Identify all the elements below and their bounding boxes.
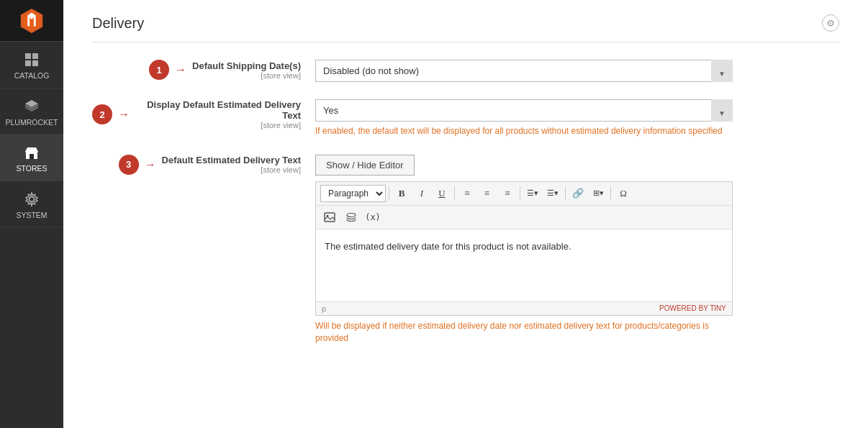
store-icon [24, 145, 40, 160]
field-scope-1: [store view] [192, 71, 301, 80]
editor-toolbar-row2: (x) [316, 206, 732, 229]
field-label-name-2: Display Default Estimated Delivery Text [147, 99, 301, 121]
step-badge-2: 2 [92, 104, 112, 124]
table-button[interactable]: ⊞▾ [589, 185, 607, 202]
toolbar-divider-2 [454, 186, 455, 201]
paragraph-format-select[interactable]: Paragraph Heading 1 Heading 2 Heading 3 [320, 185, 386, 202]
layers-button[interactable] [342, 209, 361, 226]
editor-footer: p POWERED BY TINY [316, 301, 732, 315]
svg-rect-2 [25, 60, 31, 66]
main-content: Delivery ⊙ 1 → Default Shipping Date(s) … [63, 0, 868, 428]
section-header: Delivery ⊙ [92, 14, 839, 42]
svg-point-13 [347, 213, 356, 217]
magento-logo-icon [18, 7, 45, 35]
layers-icon [24, 99, 40, 114]
sidebar-plumrocket-label: PLUMROCKET [6, 118, 58, 127]
field-scope-3: [store view] [162, 165, 301, 174]
field-row-2: 2 → Display Default Estimated Delivery T… [92, 99, 839, 137]
editor-content: The estimated delivery date for this pro… [325, 241, 571, 252]
field-control-col-3: Show / Hide Editor Paragraph Heading 1 H… [315, 155, 839, 345]
insert-image-button[interactable] [320, 209, 339, 226]
toolbar-divider-3 [520, 186, 520, 201]
display-text-select[interactable]: Yes No [315, 99, 733, 122]
powered-by: POWERED BY TINY [659, 304, 726, 312]
collapse-icon: ⊙ [827, 18, 834, 28]
collapse-button[interactable]: ⊙ [822, 14, 839, 32]
field-label-name-3: Default Estimated Delivery Text [162, 155, 301, 165]
special-chars-button[interactable]: Ω [614, 185, 633, 202]
show-hide-editor-button[interactable]: Show / Hide Editor [315, 155, 415, 176]
editor-footer-hint: Will be displayed if neither estimated d… [315, 320, 733, 345]
label-text-3: Default Estimated Delivery Text [store v… [162, 155, 301, 174]
field-label-col-3: 3 → Default Estimated Delivery Text [sto… [92, 155, 315, 175]
arrow-icon-3: → [145, 158, 156, 171]
sidebar-item-plumrocket[interactable]: PLUMROCKET [0, 88, 63, 135]
sidebar-stores-label: STORES [17, 164, 48, 173]
toolbar-divider-1 [389, 186, 389, 201]
label-text-1: Default Shipping Date(s) [store view] [192, 60, 301, 80]
editor-tag: p [322, 304, 326, 313]
label-text-2: Display Default Estimated Delivery Text … [135, 99, 301, 129]
underline-button[interactable]: U [433, 185, 451, 202]
italic-button[interactable]: I [412, 185, 431, 202]
field-control-col-2: Yes No If enabled, the default text will… [315, 99, 839, 137]
sidebar-system-label: SYSTEM [16, 211, 47, 220]
svg-rect-3 [32, 60, 38, 66]
toolbar-divider-5 [610, 186, 611, 201]
shipping-date-select-wrapper: Disabled (do not show) Enabled [315, 60, 733, 82]
bold-button[interactable]: B [392, 185, 411, 202]
field-row-1: 1 → Default Shipping Date(s) [store view… [92, 60, 839, 82]
editor-toolbar-row1: Paragraph Heading 1 Heading 2 Heading 3 … [316, 182, 732, 206]
svg-rect-8 [30, 154, 34, 159]
delivery-section: Delivery ⊙ 1 → Default Shipping Date(s) … [63, 0, 868, 383]
gear-icon [24, 191, 40, 207]
field-scope-2: [store view] [135, 121, 301, 129]
sidebar-logo [0, 0, 63, 42]
section-title: Delivery [92, 15, 144, 32]
field-label-name-1: Default Shipping Date(s) [192, 60, 301, 71]
align-right-button[interactable]: ≡ [498, 185, 517, 202]
arrow-icon-2: → [118, 108, 130, 121]
toolbar-divider-4 [565, 186, 566, 201]
align-left-button[interactable]: ≡ [458, 185, 476, 202]
field-row-3: 3 → Default Estimated Delivery Text [sto… [92, 155, 839, 345]
step-badge-3: 3 [119, 155, 139, 175]
sidebar-catalog-label: CATALOG [14, 71, 50, 81]
svg-rect-1 [32, 53, 38, 59]
sidebar-item-stores[interactable]: STORES [0, 135, 63, 181]
svg-rect-11 [325, 213, 335, 222]
stack-icon [345, 212, 357, 222]
field-label-col-2: 2 → Display Default Estimated Delivery T… [92, 99, 315, 129]
editor-container: Paragraph Heading 1 Heading 2 Heading 3 … [315, 181, 733, 316]
display-text-select-wrapper: Yes No [315, 99, 733, 122]
align-center-button[interactable]: ≡ [478, 185, 497, 202]
svg-point-10 [30, 196, 35, 201]
editor-body[interactable]: The estimated delivery date for this pro… [316, 229, 732, 301]
grid-icon [24, 52, 40, 68]
link-button[interactable]: 🔗 [569, 185, 587, 202]
sidebar-item-system[interactable]: SYSTEM [0, 181, 63, 228]
step-badge-1: 1 [149, 60, 169, 80]
sidebar: CATALOG PLUMROCKET STORES SYSTEM [0, 0, 63, 428]
display-text-hint: If enabled, the default text will be dis… [315, 125, 733, 137]
svg-rect-0 [25, 53, 31, 59]
sidebar-item-catalog[interactable]: CATALOG [0, 42, 63, 88]
image-icon [324, 212, 335, 222]
arrow-icon-1: → [175, 63, 186, 76]
unordered-list-button[interactable]: ☰▾ [523, 185, 542, 202]
ordered-list-button[interactable]: ☰▾ [543, 185, 562, 202]
shipping-date-select[interactable]: Disabled (do not show) Enabled [315, 60, 733, 82]
field-control-col-1: Disabled (do not show) Enabled [315, 60, 839, 82]
variable-button[interactable]: (x) [363, 209, 382, 226]
field-label-col-1: 1 → Default Shipping Date(s) [store view… [92, 60, 315, 80]
